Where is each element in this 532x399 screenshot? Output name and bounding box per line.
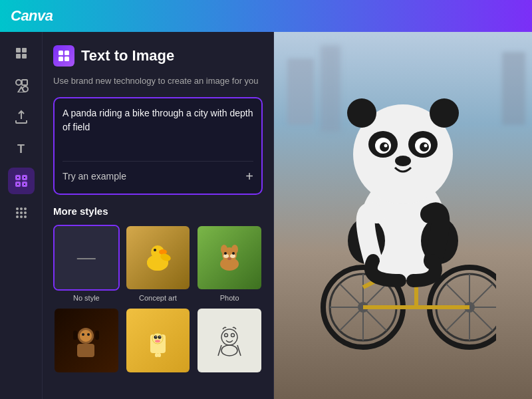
- svg-rect-3: [22, 54, 27, 59]
- panda-scene: [274, 32, 532, 399]
- svg-rect-26: [65, 51, 69, 55]
- svg-point-100: [395, 156, 411, 166]
- svg-point-23: [20, 215, 23, 218]
- svg-point-55: [156, 336, 157, 337]
- svg-point-60: [221, 329, 237, 345]
- photo-label: Photo: [220, 294, 239, 302]
- panel-title: Text to Image: [81, 47, 174, 65]
- style-photo[interactable]: Photo: [196, 225, 263, 303]
- sidebar-item-upload[interactable]: [8, 104, 35, 130]
- svg-point-7: [23, 86, 28, 92]
- svg-point-98: [384, 144, 388, 148]
- svg-point-39: [223, 254, 229, 258]
- canva-logo: Canva: [11, 7, 53, 25]
- svg-point-57: [155, 340, 160, 342]
- sidebar-item-elements[interactable]: [8, 72, 35, 98]
- svg-rect-45: [77, 344, 94, 357]
- svg-point-43: [227, 257, 231, 260]
- style-4[interactable]: [53, 307, 120, 377]
- app-header: Canva: [0, 0, 532, 32]
- svg-rect-5: [22, 80, 27, 85]
- svg-point-41: [224, 252, 227, 255]
- sidebar-item-ai[interactable]: [8, 168, 35, 194]
- panel-icon: [53, 45, 74, 66]
- svg-point-4: [16, 80, 21, 85]
- svg-rect-2: [16, 54, 21, 59]
- sidebar-item-grid[interactable]: [8, 40, 35, 66]
- sidebar-item-text[interactable]: T: [8, 136, 35, 162]
- panel-subtitle: Use brand new technology to create an im…: [53, 74, 263, 88]
- svg-point-18: [24, 207, 27, 210]
- prompt-divider: [63, 161, 253, 162]
- style-5[interactable]: [125, 307, 192, 377]
- no-style-thumb: —: [53, 225, 120, 291]
- style4-thumb: [53, 307, 120, 374]
- more-styles-title: More styles: [53, 205, 263, 217]
- style6-thumb: [196, 307, 263, 374]
- svg-point-46: [80, 330, 92, 342]
- prompt-input[interactable]: A panda riding a bike through a city wit…: [63, 106, 253, 153]
- style-6[interactable]: [196, 307, 263, 377]
- generated-image-area: [274, 32, 532, 399]
- svg-point-21: [24, 211, 27, 214]
- photo-thumb: [196, 225, 263, 291]
- svg-point-42: [232, 252, 235, 255]
- svg-point-16: [16, 207, 19, 210]
- svg-point-19: [16, 211, 19, 214]
- svg-point-20: [20, 211, 23, 214]
- svg-rect-15: [24, 184, 25, 185]
- icon-sidebar: T: [0, 32, 43, 399]
- svg-rect-49: [73, 331, 77, 340]
- svg-point-47: [82, 333, 84, 336]
- svg-rect-59: [158, 353, 161, 357]
- svg-point-101: [347, 98, 376, 128]
- sidebar-item-apps[interactable]: [8, 200, 35, 226]
- concept-art-thumb: [125, 225, 192, 291]
- text-to-image-panel: Text to Image Use brand new technology t…: [43, 32, 274, 399]
- svg-point-96: [380, 142, 389, 152]
- svg-rect-50: [95, 331, 99, 340]
- svg-rect-27: [59, 57, 63, 61]
- plus-icon: +: [245, 170, 253, 183]
- prompt-box: A panda riding a bike through a city wit…: [53, 97, 263, 195]
- main-layout: T: [0, 32, 532, 399]
- try-example-label: Try an example: [63, 171, 126, 182]
- svg-rect-28: [65, 57, 69, 61]
- svg-point-56: [160, 336, 161, 337]
- svg-point-17: [20, 207, 23, 210]
- style5-thumb: [125, 307, 192, 374]
- svg-point-102: [430, 98, 459, 128]
- try-example-button[interactable]: Try an example +: [63, 167, 253, 186]
- svg-point-61: [224, 333, 227, 336]
- svg-rect-13: [24, 177, 25, 178]
- panda-svg: [310, 74, 496, 354]
- svg-point-62: [231, 333, 234, 336]
- svg-point-24: [24, 215, 27, 218]
- more-styles-section: More styles — No style: [53, 205, 263, 377]
- svg-rect-12: [17, 177, 19, 178]
- svg-rect-1: [22, 48, 27, 53]
- svg-point-63: [221, 345, 237, 356]
- no-style-label: No style: [73, 294, 100, 302]
- svg-point-97: [420, 142, 429, 152]
- svg-point-22: [16, 215, 19, 218]
- style-concept-art[interactable]: Concept art: [125, 225, 192, 303]
- panel-header: Text to Image: [53, 45, 263, 66]
- svg-rect-0: [16, 48, 21, 53]
- svg-point-48: [87, 333, 90, 336]
- svg-rect-25: [59, 51, 63, 55]
- svg-point-99: [424, 144, 428, 148]
- svg-point-33: [154, 249, 156, 251]
- style-no-style[interactable]: — No style: [53, 225, 120, 303]
- styles-grid: — No style: [53, 225, 263, 377]
- svg-rect-14: [17, 184, 19, 185]
- concept-art-label: Concept art: [139, 294, 177, 302]
- svg-point-40: [230, 254, 235, 258]
